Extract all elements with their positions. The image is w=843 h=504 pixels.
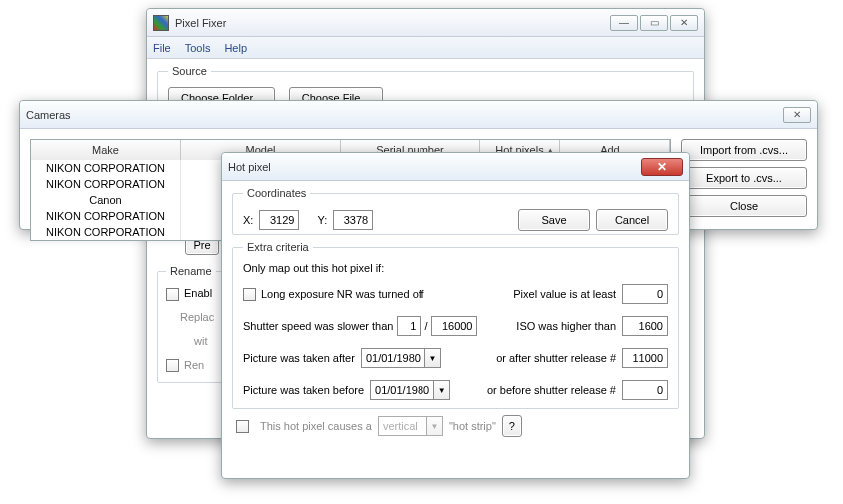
chevron-down-icon[interactable]: ▼ <box>424 349 440 367</box>
hotpixel-close-button[interactable]: ✕ <box>641 158 683 176</box>
iso-label: ISO was higher than <box>516 320 616 332</box>
menu-help[interactable]: Help <box>224 42 247 54</box>
chevron-down-icon[interactable]: ▼ <box>433 381 449 399</box>
cameras-close-button[interactable]: Close <box>681 195 807 217</box>
rename-ren-label: Ren <box>184 359 204 371</box>
hot-strip-pre: This hot pixel causes a <box>260 420 372 432</box>
save-button[interactable]: Save <box>518 209 590 231</box>
x-label: X: <box>243 214 253 226</box>
coords-group: Coordinates X: Y: Save Cancel <box>232 187 679 235</box>
menubar: File Tools Help <box>147 37 704 59</box>
hot-strip-post: "hot strip" <box>449 420 496 432</box>
only-if-label: Only map out this hot pixel if: <box>243 262 668 274</box>
long-nr-checkbox[interactable] <box>243 288 256 301</box>
x-input[interactable] <box>259 210 299 230</box>
taken-after-date[interactable]: 01/01/1980▼ <box>361 348 441 368</box>
hot-strip-help-button[interactable]: ? <box>502 415 522 437</box>
cameras-title: Cameras <box>26 109 783 121</box>
hotpixel-title: Hot pixel <box>228 161 641 173</box>
after-release-label: or after shutter release # <box>496 352 616 364</box>
import-button[interactable]: Import from .cvs... <box>681 139 807 161</box>
menu-tools[interactable]: Tools <box>185 42 211 54</box>
main-title: Pixel Fixer <box>175 17 610 29</box>
rename-legend: Rename <box>166 265 216 277</box>
shutter-den-input[interactable] <box>431 316 477 336</box>
shutter-label: Shutter speed was slower than <box>243 320 393 332</box>
pixel-value-label: Pixel value is at least <box>513 288 616 300</box>
col-make[interactable]: Make <box>31 140 181 160</box>
y-input[interactable] <box>333 210 373 230</box>
hot-strip-direction[interactable]: vertical▼ <box>378 416 443 436</box>
close-button[interactable]: ✕ <box>670 15 698 31</box>
rename-enable-label: Enabl <box>184 287 212 299</box>
extra-legend: Extra criteria <box>243 241 313 252</box>
rename-replace-label: Replac <box>180 311 226 323</box>
iso-input[interactable] <box>622 316 668 336</box>
coords-legend: Coordinates <box>243 187 310 199</box>
menu-file[interactable]: File <box>153 42 171 54</box>
cameras-close-x[interactable]: ✕ <box>783 107 811 123</box>
long-nr-label: Long exposure NR was turned off <box>261 288 424 300</box>
shutter-num-input[interactable] <box>397 316 421 336</box>
export-button[interactable]: Export to .cvs... <box>681 167 807 189</box>
pixel-value-input[interactable] <box>622 284 668 304</box>
taken-before-date[interactable]: 01/01/1980▼ <box>370 380 450 400</box>
source-legend: Source <box>168 65 211 77</box>
hot-strip-checkbox[interactable] <box>236 420 249 433</box>
after-release-input[interactable] <box>622 348 668 368</box>
y-label: Y: <box>317 214 327 226</box>
taken-before-label: Picture was taken before <box>243 384 364 396</box>
rename-ren-checkbox[interactable] <box>166 359 179 372</box>
app-icon <box>153 15 169 31</box>
extra-group: Extra criteria Only map out this hot pix… <box>232 241 679 409</box>
cancel-button[interactable]: Cancel <box>596 209 668 231</box>
minimize-button[interactable]: — <box>610 15 638 31</box>
before-release-label: or before shutter release # <box>487 384 616 396</box>
taken-after-label: Picture was taken after <box>243 352 355 364</box>
shutter-sep: / <box>424 320 427 332</box>
cameras-titlebar: Cameras ✕ <box>20 101 817 129</box>
rename-enable-checkbox[interactable] <box>166 288 179 301</box>
hotpixel-dialog: Hot pixel ✕ Coordinates X: Y: Save Cance… <box>221 152 690 479</box>
chevron-down-icon: ▼ <box>426 417 442 435</box>
maximize-button[interactable]: ▭ <box>640 15 668 31</box>
main-titlebar: Pixel Fixer — ▭ ✕ <box>147 9 704 37</box>
before-release-input[interactable] <box>622 380 668 400</box>
hotpixel-titlebar: Hot pixel ✕ <box>222 153 689 181</box>
